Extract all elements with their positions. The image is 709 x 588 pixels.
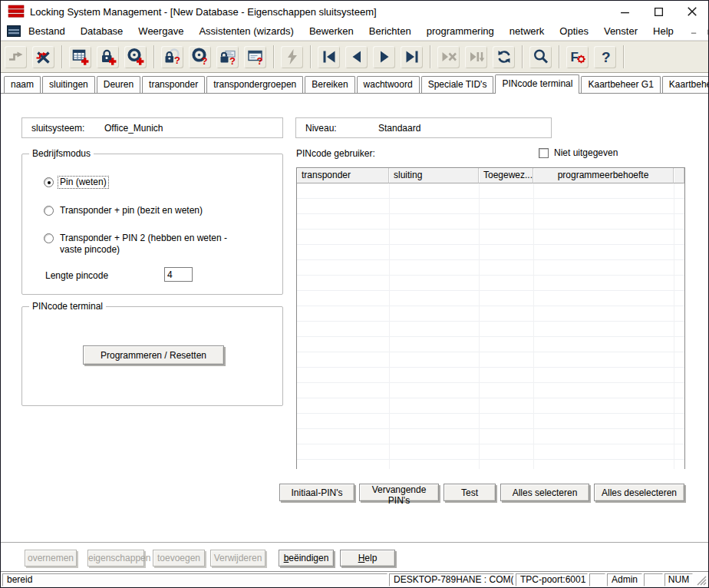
svg-text:?: ?: [174, 55, 180, 66]
resize-grip-icon[interactable]: [694, 573, 707, 586]
help-icon: ?: [596, 48, 615, 66]
menu-help[interactable]: Help: [653, 24, 674, 38]
program-button[interactable]: [281, 46, 303, 68]
new-locking-system-button[interactable]: [69, 46, 91, 68]
read-lock-button[interactable]: ?: [161, 46, 183, 68]
tab-kaartbeheer-g2[interactable]: Kaartbeheer G2: [662, 76, 709, 93]
column-divider: [479, 183, 480, 469]
filter-settings-button[interactable]: F: [566, 46, 589, 68]
next-record-button[interactable]: [373, 46, 395, 68]
mdi-child-icon[interactable]: [7, 25, 21, 37]
tab-bereiken[interactable]: Bereiken: [305, 76, 354, 93]
program-reset-button[interactable]: Programmeren / Resetten: [83, 345, 224, 365]
level-field: Niveau: Standaard: [295, 117, 552, 138]
tab-wachtwoord[interactable]: wachtwoord: [357, 76, 420, 93]
read-transponder-button[interactable]: ?: [189, 46, 211, 68]
radio-transponder-pin2[interactable]: Transponder + PIN 2 (hebben en weten - v…: [44, 233, 250, 256]
toolbar-separator: [522, 45, 523, 68]
menu-programmering[interactable]: programmering: [427, 24, 494, 38]
title-bar: Locking System Management - [New Databas…: [1, 1, 708, 22]
refresh-button[interactable]: [493, 46, 515, 68]
disconnect-button[interactable]: [32, 46, 54, 68]
column-header-spacer: [674, 168, 684, 183]
level-value: Standaard: [378, 123, 420, 134]
tab-deuren[interactable]: Deuren: [97, 76, 140, 93]
toolbar-separator: [273, 45, 274, 68]
radio-transponder-pin[interactable]: Transponder + pin (bezit en weten): [44, 205, 204, 216]
tab-sluitingen[interactable]: sluitingen: [42, 76, 95, 93]
not-issued-option[interactable]: Niet uitgegeven: [539, 147, 618, 158]
remove-button[interactable]: Verwijderen: [210, 550, 265, 567]
menu-weergave[interactable]: Weergave: [138, 24, 183, 38]
column-header-sluiting[interactable]: sluiting: [389, 168, 479, 183]
minimize-button[interactable]: [619, 6, 630, 17]
menu-netwerk[interactable]: netwerk: [509, 24, 545, 38]
new-lock-button[interactable]: [97, 46, 119, 68]
operating-mode-group-title: Bedrijfsmodus: [29, 148, 94, 159]
menu-bewerken[interactable]: Bewerken: [309, 24, 354, 38]
radio-button-icon[interactable]: [44, 233, 54, 243]
replacement-pins-button[interactable]: Vervangende PIN's: [359, 484, 439, 501]
tab-transponder[interactable]: transponder: [142, 76, 205, 93]
menu-bestand[interactable]: Bestand: [28, 24, 65, 38]
radio-button-icon[interactable]: [44, 177, 54, 187]
test-button[interactable]: Test: [444, 484, 496, 501]
deselect-all-button[interactable]: Alles deselecteren: [594, 484, 684, 501]
menu-opties[interactable]: Opties: [559, 24, 589, 38]
read-device-button[interactable]: ?: [244, 46, 266, 68]
help-toolbar-button[interactable]: ?: [594, 46, 616, 68]
menu-bar: Bestand Database Weergave Assistenten (w…: [1, 22, 708, 41]
read-card-lock-icon: ?: [219, 48, 237, 66]
tab-transpondergroepen[interactable]: transpondergroepen: [206, 76, 303, 93]
mdi-restore-button[interactable]: [706, 27, 709, 36]
menu-assistenten[interactable]: Assistenten (wizards): [199, 24, 294, 38]
pin-length-input[interactable]: [164, 267, 193, 282]
read-card-lock-button[interactable]: ?: [216, 46, 239, 68]
properties-button[interactable]: eigenschappen: [87, 550, 144, 567]
finish-button[interactable]: beëindigen: [279, 550, 334, 567]
not-issued-checkbox[interactable]: [539, 148, 549, 158]
pincode-terminal-group: PINcode terminal Programmeren / Resetten: [21, 306, 283, 406]
first-record-button[interactable]: [318, 46, 340, 68]
radio-button-icon[interactable]: [44, 206, 54, 216]
tab-naam[interactable]: naam: [4, 76, 41, 93]
pin-users-table: transponder sluiting Toegewez... program…: [296, 167, 685, 469]
tab-pincode-terminal[interactable]: PINcode terminal: [495, 74, 579, 94]
refresh-icon: [495, 48, 513, 66]
radio-pin-weten-label: Pin (weten): [58, 177, 108, 188]
select-all-button[interactable]: Alles selecteren: [500, 484, 589, 501]
goto-record-button[interactable]: [465, 46, 487, 68]
apply-button[interactable]: overnemen: [25, 550, 77, 567]
tab-page-pincode-terminal: sluitsysteem: Office_Munich Niveau: Stan…: [1, 94, 708, 542]
status-empty-panel: [589, 573, 605, 586]
locking-system-value: Office_Munich: [104, 123, 163, 134]
cancel-navigation-button[interactable]: [437, 46, 460, 68]
pin-users-label: PINcode gebruiker:: [296, 148, 375, 159]
add-button[interactable]: toevoegen: [153, 550, 205, 567]
last-record-icon: [403, 48, 421, 66]
tab-kaartbeheer-g1[interactable]: Kaartbeheer G1: [581, 76, 660, 93]
close-button[interactable]: [687, 6, 697, 17]
menu-venster[interactable]: Venster: [604, 24, 638, 38]
column-header-toegewezen[interactable]: Toegewez...: [479, 168, 533, 183]
toolbar-separator: [559, 45, 559, 68]
previous-record-button[interactable]: [345, 46, 368, 68]
pin-users-table-body[interactable]: [297, 183, 684, 469]
radio-pin-weten[interactable]: Pin (weten): [44, 177, 108, 188]
search-button[interactable]: [529, 46, 552, 68]
menu-database[interactable]: Database: [81, 24, 124, 38]
last-record-button[interactable]: [401, 46, 423, 68]
connect-button[interactable]: [5, 46, 27, 68]
connect-icon: [7, 48, 25, 66]
help-button[interactable]: Help: [340, 550, 395, 567]
maximize-button[interactable]: [653, 6, 664, 17]
mdi-minimize-button[interactable]: [689, 27, 699, 36]
initial-pins-button[interactable]: Initiaal-PIN's: [279, 484, 354, 501]
menu-berichten[interactable]: Berichten: [369, 24, 411, 38]
status-connection: DESKTOP-789HANE : COM(*): [389, 573, 514, 586]
new-transponder-button[interactable]: [124, 46, 147, 68]
column-header-transponder[interactable]: transponder: [297, 168, 389, 183]
tab-speciale-tids[interactable]: Speciale TID's: [421, 76, 494, 93]
column-header-programmeerbehoefte[interactable]: programmeerbehoefte: [533, 168, 674, 183]
program-lightning-icon: [283, 48, 302, 66]
